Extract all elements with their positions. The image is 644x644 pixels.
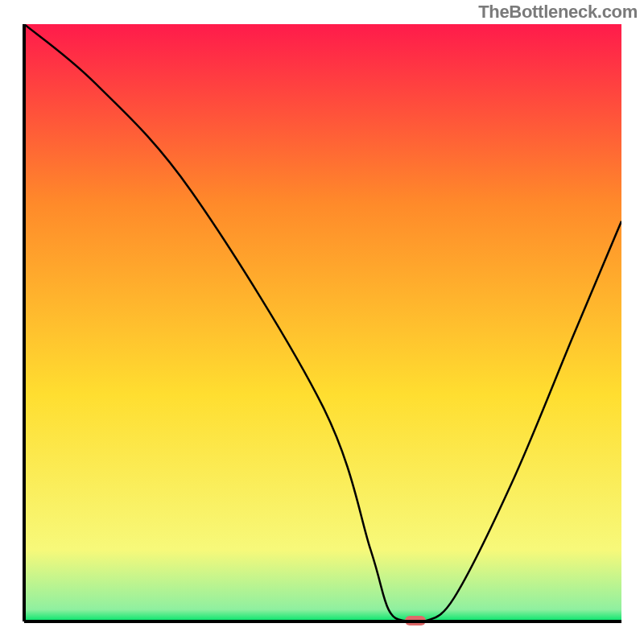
bottleneck-chart: TheBottleneck.com: [0, 0, 644, 644]
gradient-background: [24, 24, 621, 621]
chart-svg: [0, 0, 644, 644]
watermark-text: TheBottleneck.com: [478, 2, 638, 23]
